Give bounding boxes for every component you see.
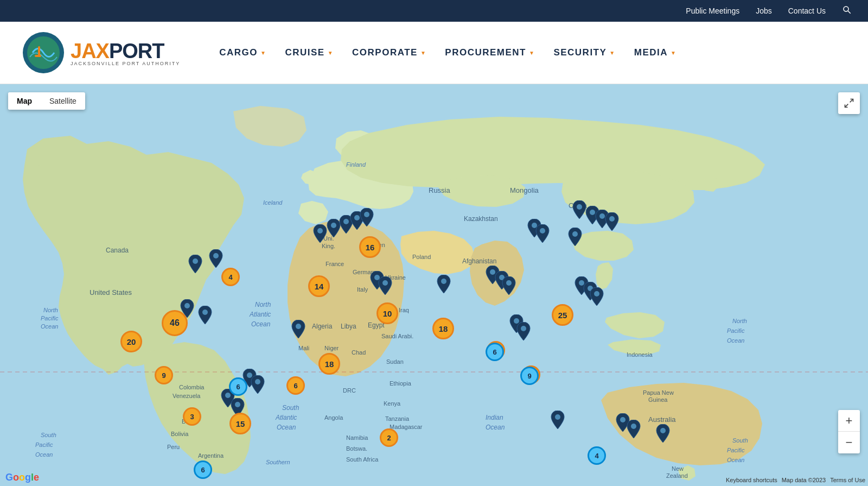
cluster-marker-3[interactable]: 3 [183, 407, 201, 426]
svg-text:Iraq: Iraq [399, 307, 409, 313]
logo-port: PORT [109, 40, 164, 62]
svg-text:Ocean: Ocean [486, 424, 505, 431]
svg-point-97 [572, 231, 578, 237]
svg-text:Southern: Southern [266, 459, 290, 465]
logo-subtitle: JACKSONVILLE PORT AUTHORITY [71, 61, 180, 66]
svg-text:Zealand: Zealand [666, 472, 688, 479]
map-container[interactable]: United States Canada North Pacific Ocean… [0, 84, 868, 486]
svg-text:South: South [282, 404, 299, 412]
map-type-satellite-btn[interactable]: Satellite [41, 92, 85, 110]
svg-text:Tanzania: Tanzania [385, 415, 410, 422]
pin-marker[interactable] [626, 420, 641, 438]
pin-marker[interactable] [501, 276, 516, 295]
cluster-marker-blue-6b[interactable]: 6 [194, 460, 212, 479]
svg-text:Ocean: Ocean [251, 320, 271, 328]
svg-text:Pacific: Pacific [41, 315, 59, 321]
cluster-marker-blue-9[interactable]: 9 [520, 367, 539, 385]
svg-text:Saudi Arabi.: Saudi Arabi. [381, 333, 413, 339]
public-meetings-link[interactable]: Public Meetings [686, 7, 739, 15]
svg-text:Peru: Peru [167, 444, 180, 450]
keyboard-shortcuts-link[interactable]: Keyboard shortcuts [726, 477, 777, 483]
svg-text:North: North [255, 301, 271, 308]
svg-text:Iceland: Iceland [263, 199, 283, 206]
pin-marker[interactable] [312, 224, 328, 243]
map-type-map-btn[interactable]: Map [8, 92, 41, 110]
media-chevron-icon: ▼ [671, 50, 676, 56]
logo[interactable]: JAXPORT JACKSONVILLE PORT AUTHORITY [22, 31, 180, 74]
cluster-marker-18a[interactable]: 18 [318, 353, 340, 375]
pin-marker[interactable] [197, 306, 213, 324]
zoom-controls: + − [838, 410, 860, 453]
search-icon[interactable] [842, 5, 852, 17]
cargo-chevron-icon: ▼ [260, 50, 266, 56]
cluster-marker-blue-6a[interactable]: 6 [229, 377, 247, 396]
fullscreen-btn[interactable] [838, 92, 860, 114]
pin-marker[interactable] [655, 424, 671, 443]
svg-text:Madagascar: Madagascar [390, 424, 423, 430]
svg-text:Bolivia: Bolivia [171, 431, 189, 437]
pin-marker[interactable] [604, 212, 620, 231]
cluster-marker-18b[interactable]: 18 [432, 318, 454, 339]
logo-icon [22, 31, 65, 74]
svg-point-92 [255, 379, 260, 384]
zoom-in-btn[interactable]: + [838, 410, 860, 432]
pin-marker[interactable] [550, 411, 565, 429]
cluster-marker-2[interactable]: 2 [380, 428, 398, 447]
svg-point-86 [364, 212, 369, 217]
svg-point-101 [555, 414, 560, 420]
svg-text:Sudan: Sudan [386, 358, 404, 365]
nav-cargo[interactable]: CARGO ▼ [213, 43, 273, 62]
cluster-marker-25[interactable]: 25 [552, 304, 573, 326]
svg-point-83 [331, 223, 336, 228]
pin-marker[interactable] [188, 255, 203, 273]
svg-text:King.: King. [322, 243, 335, 249]
svg-point-80 [184, 303, 190, 308]
pin-marker[interactable] [589, 287, 604, 306]
nav-procurement[interactable]: PROCUREMENT ▼ [438, 43, 541, 62]
main-navigation: JAXPORT JACKSONVILLE PORT AUTHORITY CARG… [0, 22, 868, 84]
nav-security[interactable]: SECURITY ▼ [547, 43, 622, 62]
svg-text:United States: United States [90, 288, 132, 296]
svg-text:Ethiopia: Ethiopia [390, 380, 412, 387]
cluster-marker-10[interactable]: 10 [376, 302, 398, 324]
svg-point-90 [441, 279, 446, 284]
map-footer: Google [5, 472, 39, 483]
zoom-out-btn[interactable]: − [838, 432, 860, 453]
svg-line-76 [850, 99, 853, 103]
pin-marker[interactable] [567, 228, 583, 246]
svg-text:Indian: Indian [486, 414, 503, 421]
svg-point-93 [225, 393, 231, 398]
terms-of-use-link[interactable]: Terms of Use [830, 477, 865, 483]
svg-text:Namibia: Namibia [346, 434, 368, 441]
pin-marker[interactable] [378, 276, 393, 295]
cluster-marker-4[interactable]: 4 [221, 268, 240, 286]
svg-point-94 [235, 402, 240, 407]
svg-point-82 [317, 228, 323, 233]
cluster-marker-16[interactable]: 16 [359, 236, 381, 258]
pin-marker[interactable] [516, 322, 531, 340]
svg-text:Ocean: Ocean [727, 457, 744, 463]
cluster-marker-blue-6c[interactable]: 6 [486, 343, 504, 361]
cluster-marker-20[interactable]: 20 [120, 331, 142, 352]
nav-media[interactable]: MEDIA ▼ [628, 43, 684, 62]
svg-text:Ocean: Ocean [35, 451, 53, 458]
pin-marker[interactable] [359, 208, 374, 226]
svg-text:South Africa: South Africa [346, 456, 379, 463]
nav-cruise[interactable]: CRUISE ▼ [278, 43, 340, 62]
cluster-marker-15[interactable]: 15 [229, 413, 251, 434]
cluster-marker-6b[interactable]: 6 [286, 376, 305, 395]
utility-bar: Public Meetings Jobs Contact Us [0, 0, 868, 22]
cluster-marker-blue-4[interactable]: 4 [588, 446, 606, 465]
pin-marker[interactable] [291, 320, 306, 338]
cluster-marker-14[interactable]: 14 [308, 275, 330, 297]
contact-us-link[interactable]: Contact Us [788, 7, 826, 15]
jobs-link[interactable]: Jobs [756, 7, 772, 15]
cluster-marker-9[interactable]: 9 [155, 366, 173, 384]
pin-marker[interactable] [436, 275, 451, 293]
svg-point-84 [343, 219, 349, 224]
pin-marker[interactable] [250, 375, 265, 394]
nav-corporate[interactable]: CORPORATE ▼ [346, 43, 433, 62]
pin-marker[interactable] [535, 224, 550, 243]
pin-marker[interactable] [208, 249, 224, 268]
cluster-marker-46[interactable]: 46 [162, 310, 188, 336]
